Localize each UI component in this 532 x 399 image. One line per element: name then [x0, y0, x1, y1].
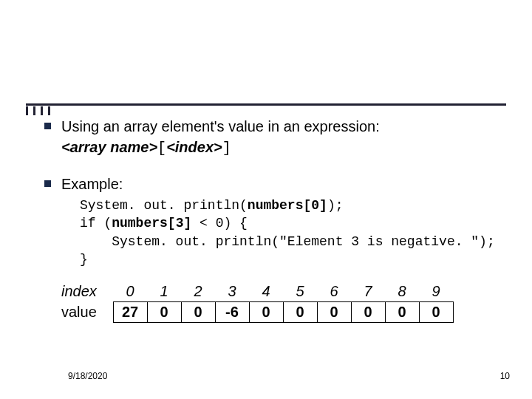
code-block: System. out. println(numbers[0]); if (nu…	[80, 197, 502, 268]
bullet-item-1: Using an array element's value in an exp…	[44, 117, 502, 136]
value-cell: 0	[249, 302, 283, 323]
index-cell: 3	[215, 282, 249, 302]
title-rule	[26, 103, 506, 106]
syntax-lbracket: [	[157, 140, 166, 157]
index-label: index	[61, 282, 113, 302]
index-cell: 0	[113, 282, 147, 302]
table-row: value 27 0 0 -6 0 0 0 0 0 0	[61, 302, 453, 323]
value-cell: 0	[181, 302, 215, 323]
bullet-text-1: Using an array element's value in an exp…	[61, 117, 380, 136]
title-ticks	[26, 106, 55, 115]
code-l4: }	[80, 252, 88, 267]
footer-page-number: 10	[500, 371, 510, 381]
square-bullet-icon	[44, 180, 51, 187]
bullet-item-2: Example:	[44, 174, 502, 194]
table-row: index 0 1 2 3 4 5 6 7 8 9	[61, 282, 453, 302]
slide: Using an array element's value in an exp…	[0, 0, 532, 399]
slide-content: Using an array element's value in an exp…	[44, 117, 502, 323]
syntax-rbracket: ]	[222, 140, 231, 157]
index-cell: 7	[351, 282, 385, 302]
value-cell: 0	[317, 302, 351, 323]
code-l1a: System. out. println(	[80, 198, 248, 213]
value-cell: 27	[113, 302, 147, 323]
syntax-index: <index>	[166, 139, 222, 155]
syntax-array-name: <array name>	[61, 139, 157, 155]
value-cell: 0	[283, 302, 317, 323]
index-cell: 1	[147, 282, 181, 302]
index-cell: 2	[181, 282, 215, 302]
index-cell: 8	[385, 282, 419, 302]
value-cell: -6	[215, 302, 249, 323]
index-cell: 4	[249, 282, 283, 302]
square-bullet-icon	[44, 123, 51, 129]
index-cell: 5	[283, 282, 317, 302]
value-cell: 0	[147, 302, 181, 323]
code-l3: System. out. println("Element 3 is negat…	[80, 234, 495, 249]
code-l2a: if (	[80, 216, 112, 231]
syntax-line: <array name>[<index>]	[61, 139, 502, 157]
value-cell: 0	[385, 302, 419, 323]
index-cell: 6	[317, 282, 351, 302]
value-cell: 0	[351, 302, 385, 323]
bullet-text-2: Example:	[61, 174, 123, 194]
value-label: value	[61, 302, 113, 323]
array-table: index 0 1 2 3 4 5 6 7 8 9 va	[61, 282, 502, 323]
footer-date: 9/18/2020	[68, 371, 107, 381]
value-cell: 0	[419, 302, 453, 323]
index-cell: 9	[419, 282, 453, 302]
code-l2b: numbers[3]	[112, 216, 191, 231]
code-l1c: );	[327, 198, 344, 213]
code-l1b: numbers[0]	[248, 198, 327, 213]
code-l2c: < 0) {	[191, 216, 248, 231]
